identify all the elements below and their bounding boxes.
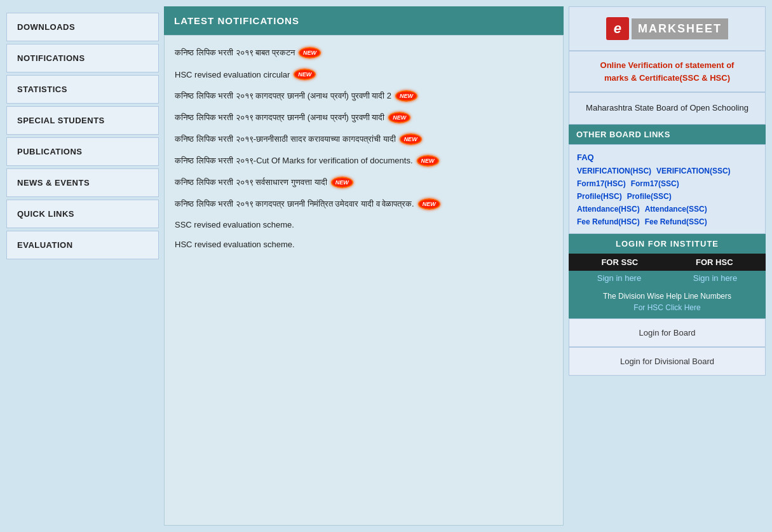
new-badge: NEW [395, 90, 417, 102]
notification-item[interactable]: कनिष्ठ लिपिक भरती २०१९-Cut Of Marks for … [175, 150, 553, 172]
notification-text: कनिष्ठ लिपिक भरती २०१९ कागदपत्र छाननी नि… [175, 199, 414, 209]
sidebar-item-publications[interactable]: PUBLICATIONS [6, 137, 159, 166]
sidebar-item-special-students[interactable]: SPECIAL STUDENTS [6, 106, 159, 135]
online-verification-box[interactable]: Online Verification of statement of mark… [569, 51, 766, 92]
center-content: LATEST NOTIFICATIONS कनिष्ठ लिपिक भरती २… [164, 6, 564, 526]
open-schooling-text: Maharashtra State Board of Open Schoolin… [586, 103, 748, 113]
logo-e-letter: e [606, 17, 629, 40]
form17-ssc-link[interactable]: Form17(SSC) [631, 179, 679, 188]
form17-hsc-link[interactable]: Form17(HSC) [577, 179, 626, 188]
new-badge: NEW [418, 198, 440, 210]
notifications-body: कनिष्ठ लिपिक भरती २०१९ बाबत प्रकटनNEWHSC… [164, 35, 564, 526]
notification-item[interactable]: SSC revised evaluation scheme. [175, 215, 553, 235]
attendance-hsc-link[interactable]: Attendance(HSC) [577, 205, 640, 214]
other-board-links-header: OTHER BOARD LINKS [569, 125, 766, 144]
new-badge: NEW [299, 47, 321, 58]
notification-item[interactable]: HSC revised evaluation scheme. [175, 235, 553, 254]
helpline-hsc-link[interactable]: For HSC Click Here [633, 303, 700, 312]
attendance-row: Attendance(HSC) Attendance(SSC) [577, 203, 757, 215]
form17-row: Form17(HSC) Form17(SSC) [577, 177, 757, 190]
notification-item[interactable]: कनिष्ठ लिपिक भरती २०१९ बाबत प्रकटनNEW [175, 42, 553, 64]
notification-text: कनिष्ठ लिपिक भरती २०१९ बाबत प्रकटन [175, 48, 295, 58]
online-verification-text: Online Verification of statement of mark… [600, 60, 735, 83]
ssc-label: FOR SSC [601, 257, 638, 267]
profile-ssc-link[interactable]: Profile(SSC) [627, 192, 672, 201]
attendance-ssc-link[interactable]: Attendance(SSC) [645, 205, 707, 214]
sidebar-item-notifications[interactable]: NOTIFICATIONS [6, 44, 159, 72]
login-divisional-board-button[interactable]: Login for Divisional Board [569, 347, 766, 376]
login-institute-box: LOGIN FOR INSTITUTE FOR SSC FOR HSC Sign… [569, 234, 766, 318]
new-badge: NEW [331, 177, 353, 188]
right-panel: e MARKSHEET Online Verification of state… [569, 6, 766, 526]
sidebar-item-evaluation[interactable]: EVALUATION [6, 231, 159, 259]
sign-in-row: Sign in here Sign in here [569, 271, 766, 285]
notification-item[interactable]: कनिष्ठ लिपिक भरती २०१९-छाननीसाठी सादर कर… [175, 128, 553, 150]
login-institute-header: LOGIN FOR INSTITUTE [569, 234, 766, 254]
hsc-sign-in-link[interactable]: Sign in here [693, 273, 737, 283]
helpline-box: The Division Wise Help Line Numbers For … [569, 285, 766, 318]
ssc-hsc-labels-row: FOR SSC FOR HSC [569, 254, 766, 271]
fee-refund-ssc-link[interactable]: Fee Refund(SSC) [645, 217, 707, 226]
notification-item[interactable]: कनिष्ठ लिपिक भरती २०१९ कागदपत्र छाननी (अ… [175, 107, 553, 128]
notification-item[interactable]: कनिष्ठ लिपिक भरती २०१९ कागदपत्र छाननी नि… [175, 193, 553, 215]
notification-text: कनिष्ठ लिपिक भरती २०१९ कागदपत्र छाननी (अ… [175, 91, 391, 101]
notification-text: कनिष्ठ लिपिक भरती २०१९ कागदपत्र छाननी (अ… [175, 113, 384, 123]
new-badge: NEW [294, 69, 316, 80]
notification-text: कनिष्ठ लिपिक भरती २०१९-Cut Of Marks for … [175, 156, 413, 166]
notification-item[interactable]: कनिष्ठ लिपिक भरती २०१९ कागदपत्र छाननी (अ… [175, 85, 553, 107]
other-board-links-body: FAQ VERIFICATION(HSC) VERIFICATION(SSC) … [569, 144, 766, 234]
new-badge: NEW [400, 133, 422, 145]
verification-row: VERIFICATION(HSC) VERIFICATION(SSC) [577, 165, 757, 177]
verification-hsc-link[interactable]: VERIFICATION(HSC) [577, 167, 651, 175]
ssc-sign-in-link[interactable]: Sign in here [597, 273, 641, 283]
open-schooling-box[interactable]: Maharashtra State Board of Open Schoolin… [569, 92, 766, 125]
notification-item[interactable]: HSC revised evaluation circularNEW [175, 64, 553, 85]
notification-text: SSC revised evaluation scheme. [175, 220, 294, 229]
profile-hsc-link[interactable]: Profile(HSC) [577, 192, 622, 201]
sidebar-item-news-events[interactable]: NEWS & EVENTS [6, 168, 159, 197]
sidebar-item-statistics[interactable]: STATISTICS [6, 75, 159, 104]
login-board-label: Login for Board [639, 328, 696, 338]
sidebar-item-downloads[interactable]: DOWNLOADS [6, 13, 159, 41]
new-badge: NEW [417, 155, 439, 167]
helpline-line1: The Division Wise Help Line Numbers [603, 292, 731, 301]
logo-marksheet-text: MARKSHEET [632, 18, 728, 39]
notification-text: HSC revised evaluation circular [175, 70, 290, 79]
logo-box: e MARKSHEET [569, 6, 766, 51]
login-board-button[interactable]: Login for Board [569, 318, 766, 347]
notifications-header: LATEST NOTIFICATIONS [164, 6, 564, 35]
hsc-label: FOR HSC [696, 257, 733, 267]
sidebar-item-quick-links[interactable]: QUICK LINKS [6, 200, 159, 228]
notification-text: कनिष्ठ लिपिक भरती २०१९ सर्वसाधारण गुणवत्… [175, 177, 327, 188]
sidebar: DOWNLOADSNOTIFICATIONSSTATISTICSSPECIAL … [6, 6, 159, 526]
login-divisional-board-label: Login for Divisional Board [620, 357, 714, 366]
profile-row: Profile(HSC) Profile(SSC) [577, 190, 757, 203]
notification-text: HSC revised evaluation scheme. [175, 240, 295, 249]
notification-item[interactable]: कनिष्ठ लिपिक भरती २०१९ सर्वसाधारण गुणवत्… [175, 172, 553, 193]
faq-link[interactable]: FAQ [577, 150, 757, 165]
fee-refund-hsc-link[interactable]: Fee Refund(HSC) [577, 217, 640, 226]
notification-text: कनिष्ठ लिपिक भरती २०१९-छाननीसाठी सादर कर… [175, 134, 396, 144]
verification-ssc-link[interactable]: VERIFICATION(SSC) [656, 167, 730, 175]
fee-refund-row: Fee Refund(HSC) Fee Refund(SSC) [577, 215, 757, 228]
new-badge: NEW [388, 112, 410, 123]
